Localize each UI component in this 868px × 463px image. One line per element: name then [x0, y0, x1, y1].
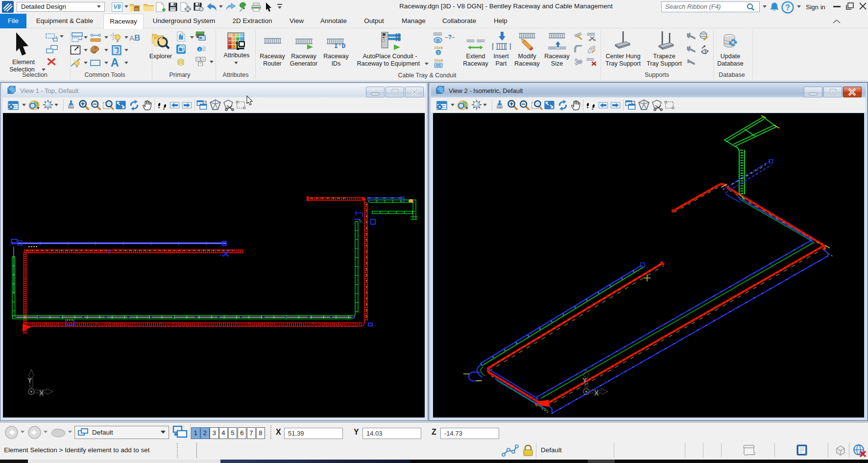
svg-text:Y: Y	[27, 376, 32, 384]
svg-text:Y: Y	[582, 376, 587, 384]
svg-text:10x8: 10x8	[434, 46, 443, 50]
svg-text:K: K	[197, 58, 199, 61]
svg-text:CC: CC	[436, 64, 441, 67]
svg-text:X: X	[39, 389, 44, 397]
svg-text:ID: ID	[436, 39, 440, 42]
svg-text:i: i	[438, 50, 439, 55]
svg-text:S: S	[202, 58, 204, 61]
svg-text:?: ?	[785, 3, 790, 12]
svg-text:i: i	[199, 47, 200, 52]
svg-text:X: X	[594, 389, 599, 397]
svg-text:10x8: 10x8	[434, 58, 443, 63]
